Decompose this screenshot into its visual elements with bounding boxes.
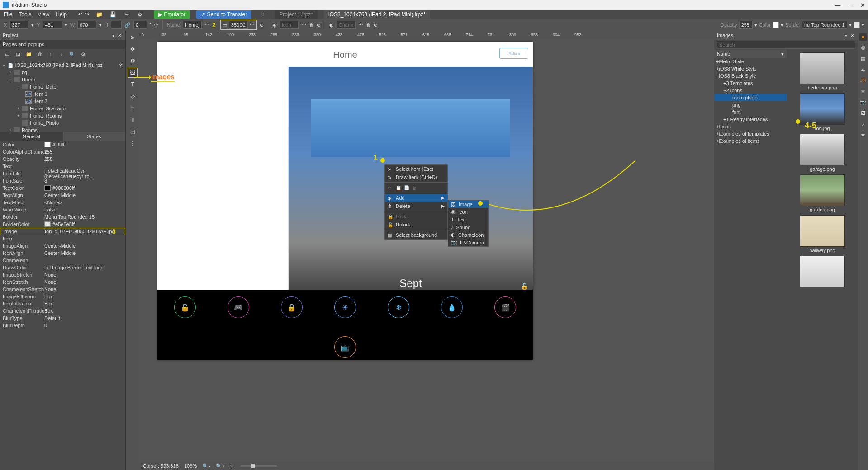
dock-db-icon[interactable]: ⛁: [859, 44, 867, 52]
prop-chamfilt[interactable]: ChameleonFiltrationBox: [0, 307, 125, 315]
panel-dropdown-icon[interactable]: ▾: [110, 32, 116, 38]
chameleon-input[interactable]: [337, 21, 356, 29]
icon-prohibit-icon[interactable]: ⊘: [317, 22, 321, 28]
tab-project1[interactable]: Project 1.irpz*: [275, 10, 318, 19]
rtree-ios8w[interactable]: +iOS8 White Style: [714, 65, 787, 72]
prop-textalign[interactable]: TextAlignCenter-Middle: [0, 192, 125, 199]
prop-blurtype[interactable]: BlurTypeDefault: [0, 315, 125, 322]
circle-lock-icon[interactable]: 🔓: [174, 296, 196, 318]
search-icon[interactable]: 🔍: [69, 51, 76, 58]
y-input[interactable]: [43, 21, 62, 29]
color-swatch[interactable]: [773, 22, 779, 28]
redo-icon[interactable]: ↷: [85, 11, 90, 18]
border-input[interactable]: [802, 21, 847, 29]
thumb-hallway[interactable]: hallway.png: [789, 215, 855, 253]
icon-more-icon[interactable]: ⋯: [301, 22, 306, 28]
gear-icon[interactable]: ⚙: [137, 11, 144, 18]
prop-coloralpha[interactable]: ColorAlphaChannel255: [0, 148, 125, 155]
image-tool-icon[interactable]: 🖼: [128, 68, 138, 78]
images-search-input[interactable]: [717, 41, 855, 49]
name-input[interactable]: [183, 21, 202, 29]
rtree-extempl[interactable]: +Examples of templates: [714, 130, 787, 137]
rtree-metro[interactable]: +Metro Style: [714, 58, 787, 65]
name-more-icon[interactable]: ⋯: [204, 22, 209, 28]
prop-opacity[interactable]: Opacity255: [0, 155, 125, 163]
prop-chameleon[interactable]: Chameleon: [0, 257, 125, 264]
prop-icon[interactable]: Icon: [0, 235, 125, 242]
circle-snow-icon[interactable]: ❄: [388, 296, 409, 318]
tab-states[interactable]: States: [63, 132, 126, 141]
align-tool-icon[interactable]: ≡: [128, 103, 138, 113]
panel-close-icon[interactable]: ✕: [116, 32, 123, 38]
prop-imagealign[interactable]: ImageAlignCenter-Middle: [0, 242, 125, 249]
thumb-garden[interactable]: garden.png: [789, 174, 855, 212]
dist-tool-icon[interactable]: ⫴: [128, 115, 138, 125]
prop-image[interactable]: Imagefon_d_07E009050D2932AE.jpg3: [0, 228, 125, 235]
ctx2-chameleon[interactable]: ◐Chameleon: [448, 231, 488, 239]
ctx2-icon[interactable]: ◉Icon: [448, 208, 488, 216]
ctx-draw-item[interactable]: ✎Draw item (Ctrl+D): [385, 173, 447, 181]
add-tab-button[interactable]: +: [258, 10, 268, 19]
rtree-roomphoto[interactable]: room photo: [714, 94, 787, 101]
zoom-in-icon[interactable]: 🔍+: [216, 463, 225, 469]
prop-textcolor[interactable]: TextColor#000000ff: [0, 184, 125, 192]
prop-chameleonstretch[interactable]: ChameleonStretchNone: [0, 286, 125, 293]
rotate-icon[interactable]: ⟳: [154, 22, 158, 28]
add-popup-icon[interactable]: ◪: [14, 51, 22, 58]
up-arrow-icon[interactable]: ↑: [47, 51, 54, 58]
circle-video-icon[interactable]: 🎬: [494, 296, 516, 318]
zoom-out-icon[interactable]: 🔍-: [202, 463, 210, 469]
dock-tree-icon[interactable]: ≡: [859, 33, 867, 41]
add-page-icon[interactable]: ▭: [4, 51, 11, 58]
prop-fontfile[interactable]: FontFileHelveticaNeueCyr (helveticaneuec…: [0, 170, 125, 177]
text-tool-icon[interactable]: T: [128, 80, 138, 89]
ctx2-ipcamera[interactable]: 📷IP-Camera: [448, 239, 488, 246]
ctx-delete[interactable]: 🗑Delete▶: [385, 202, 447, 210]
thumb-bedroom[interactable]: bedroom.png: [789, 52, 855, 90]
opacity-stepper-icon[interactable]: ▾: [754, 22, 757, 28]
tree-bg[interactable]: +bg: [0, 69, 125, 76]
y-stepper-icon[interactable]: ▾: [65, 22, 67, 28]
circle-lock2-icon[interactable]: 🔒: [281, 296, 303, 318]
settings-icon[interactable]: ⚙: [80, 51, 87, 58]
menu-view[interactable]: View: [38, 11, 49, 18]
tree-home-photo[interactable]: Home_Photo: [0, 119, 125, 127]
image-more-icon[interactable]: ⋯: [250, 22, 255, 28]
add-folder-icon[interactable]: 📁: [25, 51, 33, 58]
pointer-tool-icon[interactable]: ➤: [128, 33, 138, 42]
menu-help[interactable]: Help: [56, 11, 67, 18]
dock-js-icon[interactable]: JS: [859, 77, 867, 84]
save-icon[interactable]: 💾: [109, 11, 117, 18]
prop-blurdepth[interactable]: BlurDepth0: [0, 322, 125, 329]
images-panel-close-icon[interactable]: ✕: [849, 32, 855, 38]
rtree-ios8b[interactable]: −iOS8 Black Style: [714, 72, 787, 80]
zoom-fit-icon[interactable]: ⛶: [230, 463, 235, 469]
circle-sun-icon[interactable]: ☀: [334, 296, 356, 318]
rtree-ready[interactable]: +1 Ready interfaces: [714, 116, 787, 123]
tab-general[interactable]: General: [0, 132, 63, 141]
tab-ios8[interactable]: iOS8_1024x768 (iPad 2, iPad Mini).irpz*: [324, 10, 430, 19]
minimize-button[interactable]: —: [835, 2, 840, 9]
thumb-fon[interactable]: fon.jpg: [789, 93, 855, 131]
rtree-icons[interactable]: +Icons: [714, 123, 787, 130]
shape-tool-icon[interactable]: ◇: [128, 91, 138, 101]
share-icon[interactable]: ↪: [123, 11, 130, 18]
circle-drop-icon[interactable]: 💧: [441, 296, 463, 318]
menu-file[interactable]: File: [4, 11, 12, 18]
icon-input[interactable]: [280, 21, 299, 29]
prop-iconalign[interactable]: IconAlignCenter-Middle: [0, 249, 125, 257]
tree-item3[interactable]: AbItem 3: [0, 98, 125, 105]
ctx2-sound[interactable]: ♪Sound: [448, 223, 488, 231]
dock-image-icon[interactable]: 🖼: [859, 109, 867, 117]
tree-home-rooms[interactable]: +Home_Rooms: [0, 112, 125, 119]
zoom-slider[interactable]: [241, 465, 277, 467]
images-panel-dropdown-icon[interactable]: ▾: [843, 32, 849, 38]
ctx-select-item[interactable]: ➤Select item (Esc): [385, 165, 447, 173]
prop-texteffect[interactable]: TextEffect<None>: [0, 199, 125, 206]
send-transfer-button[interactable]: ↗ Send to Transfer: [196, 10, 251, 19]
maximize-button[interactable]: □: [849, 2, 852, 9]
layer-tool-icon[interactable]: ▤: [128, 127, 138, 136]
dock-box-icon[interactable]: ▦: [859, 55, 867, 62]
x-input[interactable]: [9, 21, 28, 29]
chameleon-clear-icon[interactable]: ⊘: [374, 22, 378, 28]
